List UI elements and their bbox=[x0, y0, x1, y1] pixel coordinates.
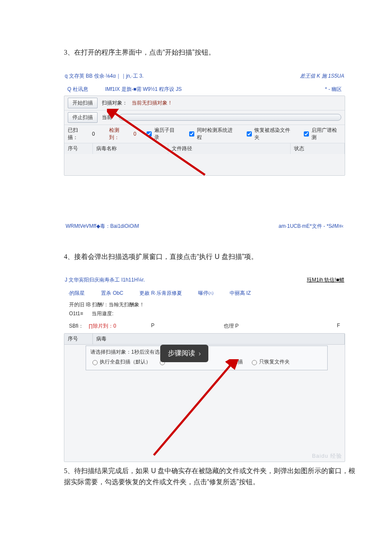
shot1-tab-3[interactable]: * - 幽区 bbox=[325, 86, 342, 93]
shot2-stat-b-value: 0 bbox=[113, 323, 116, 329]
shot2-col-seq: 序号 bbox=[64, 334, 93, 344]
shot1-col-path: 文件路径 bbox=[168, 143, 291, 154]
shot2-title-right: 珏M1ih 轨信!■鳂 bbox=[307, 276, 344, 284]
shot2-tab-3[interactable]: 更赦 R·乐青原修夏 bbox=[139, 290, 182, 297]
step-5-sep: 、 bbox=[67, 467, 74, 474]
step-4-body: 接着会弹出扫描选项扩展窗口，直接点击“执行 U 盘扫描”项。 bbox=[74, 253, 258, 260]
stop-scan-button[interactable]: 停止扫描 bbox=[68, 112, 98, 123]
check-broad-label: 启用广谱检测 bbox=[311, 127, 341, 141]
check-broad[interactable]: 启用广谱检测 bbox=[302, 127, 341, 141]
check-sysproc-box[interactable] bbox=[189, 131, 194, 137]
shot1-footer-right: am·1UCB·mE*文件 - *S∂M≡‹ bbox=[279, 223, 343, 230]
step-3-number: 3 bbox=[64, 49, 67, 56]
shot1-scanned-value: 0 bbox=[92, 131, 95, 137]
shot2-tab-1[interactable]: ·的限星 bbox=[68, 290, 85, 297]
shot1-title-left: q 文存英 BB 侒余·⅛4α｜｜jn,·工 3. bbox=[65, 73, 144, 80]
step-3-text: 3、在打开的程序主界面中，点击“开始扫描”按钮。 bbox=[64, 47, 375, 58]
shot2-info2-text: 当用遨度: bbox=[92, 311, 113, 317]
screenshot-1: q 文存英 BB 侒余·⅛4α｜｜jn,·工 3. 差王值 K 施 1S5UA … bbox=[64, 71, 345, 230]
step-5-body: 待扫描结果完成后，如果 U 盘中确实存在被隐藏的文件或文件夹，则弹出如图所示的窗… bbox=[64, 467, 355, 485]
shot1-detected-value: 0 bbox=[133, 131, 136, 137]
step-4-text: 4、接着会弹出扫描选项扩展窗口，直接点击“执行 U 盘扫描”项。 bbox=[64, 251, 375, 262]
shot2-stats: SBfi： ∏除片到：0 P 也理 P F bbox=[64, 319, 345, 333]
start-scan-button[interactable]: 开始扫描 bbox=[68, 98, 98, 108]
check-recover[interactable]: 恢复被感染文件夹 bbox=[245, 127, 294, 141]
step-3-sep: 、 bbox=[67, 49, 74, 56]
opt-full-scan[interactable]: 执行全盘扫描（默认） bbox=[90, 358, 151, 366]
shot2-title-left: J 文华宾阳归庆南寿杀工 I1h11H¼r. bbox=[65, 276, 145, 284]
check-broad-box[interactable] bbox=[304, 131, 309, 137]
shot2-arrow-annotation bbox=[128, 359, 239, 457]
shot2-stat-b-label: ∏除片到： bbox=[89, 323, 113, 329]
check-sysproc[interactable]: 同时检测系统进程 bbox=[187, 127, 236, 141]
step-4-sep: 、 bbox=[67, 253, 74, 260]
opt-path-scan-label: 径扫描 bbox=[228, 358, 243, 366]
check-subdir-label: 遍历子目录 bbox=[154, 127, 179, 141]
watermark: Baidu 经验 bbox=[312, 452, 342, 460]
check-subdir-box[interactable] bbox=[147, 131, 152, 137]
shot2-info1: 开的旧 IB 扫酬/：当翰无扫酬象！ bbox=[64, 301, 345, 310]
shot2-panel: 序号 病毒 请选择扫描对象：1秒后没有选… 执行全盘扫描（默认） 径扫描 只恢复… bbox=[64, 333, 345, 462]
shot1-row1-label: 扫描对象： bbox=[102, 99, 127, 107]
shot2-info2: O1t1≡ 当用遨度: bbox=[64, 310, 345, 319]
shot1-table-header: 序号 病毒名称 文件路径 状态 bbox=[64, 143, 345, 154]
shot2-stat-c: P bbox=[151, 323, 155, 330]
shot2-stat-d: 也理 P bbox=[224, 323, 239, 330]
shot2-stat-b: ∏除片到：0 bbox=[89, 323, 116, 330]
shot1-scanned-label: 已扫描： bbox=[68, 127, 88, 141]
shot2-stat-e: F bbox=[337, 323, 340, 330]
check-sysproc-label: 同时检测系统进程 bbox=[197, 127, 236, 141]
shot2-tab-4[interactable]: 曝停㈧ bbox=[198, 290, 213, 297]
check-subdir[interactable]: 遍历子目录 bbox=[145, 127, 179, 141]
step-read-tooltip[interactable]: 步骤阅读 › bbox=[160, 345, 208, 362]
shot1-tab-1[interactable]: Q 杜讯息 bbox=[67, 86, 88, 93]
opt-path-scan[interactable]: 径扫描 bbox=[228, 358, 243, 366]
shot1-footer-left: WRMtVeVMff◆毒：Bai1diOiOiM bbox=[66, 223, 139, 230]
opt-full-scan-radio[interactable] bbox=[92, 360, 98, 365]
shot1-row1-value: 当前无扫描对象！ bbox=[132, 99, 173, 107]
shot2-col-virus: 病毒 bbox=[93, 334, 345, 344]
opt-recover-only[interactable]: 只恢复文件夹 bbox=[250, 358, 290, 366]
shot2-tabs: ·的限星 置杀 ObC 更赦 R·乐青原修夏 曝停㈧ 中丽高 IZ bbox=[64, 288, 345, 301]
shot1-tabs: Q 杜讯息 IMf1IX 是旗-■需 W9½1 程序设 JS * - 幽区 bbox=[64, 83, 345, 96]
check-recover-box[interactable] bbox=[247, 131, 252, 137]
shot1-title-right-prefix: 差王值 K 施 bbox=[300, 73, 328, 79]
shot1-title-right: 差王值 K 施 1S5UA bbox=[300, 73, 344, 80]
check-recover-label: 恢复被感染文件夹 bbox=[254, 127, 294, 141]
shot2-titlebar: J 文华宾阳归庆南寿杀工 I1h11H¼r. 珏M1ih 轨信!■鳂 bbox=[64, 275, 345, 288]
shot1-row2-label: 当前 bbox=[102, 114, 112, 121]
step-read-tooltip-label: 步骤阅读 bbox=[168, 349, 195, 358]
step-3-body: 在打开的程序主界面中，点击“开始扫描”按钮。 bbox=[74, 49, 215, 56]
shot2-stat-a: SBfi： bbox=[69, 323, 84, 330]
shot1-col-seq: 序号 bbox=[64, 143, 93, 154]
chevron-right-icon: › bbox=[199, 350, 201, 357]
step-5-number: 5 bbox=[64, 467, 67, 474]
opt-recover-only-label: 只恢复文件夹 bbox=[259, 358, 290, 366]
shot1-titlebar: q 文存英 BB 侒余·⅛4α｜｜jn,·工 3. 差王值 K 施 1S5UA bbox=[64, 71, 345, 83]
shot1-detected-label: 检测到： bbox=[109, 127, 129, 141]
shot2-table-header: 序号 病毒 bbox=[64, 334, 345, 345]
shot2-info2-label: O1t1≡ bbox=[69, 311, 83, 317]
shot1-col-state: 状态 bbox=[291, 143, 345, 154]
shot2-tab-2[interactable]: 置杀 ObC bbox=[101, 290, 123, 297]
shot1-panel: 开始扫描 扫描对象： 当前无扫描对象！ 停止扫描 当前 已扫描： 0 检测到： … bbox=[64, 96, 345, 176]
shot1-col-virus: 病毒名称 bbox=[93, 143, 168, 154]
svg-line-1 bbox=[154, 363, 233, 455]
shot1-progress bbox=[119, 114, 341, 121]
shot2-tab-5[interactable]: 中丽高 IZ bbox=[230, 290, 251, 297]
opt-recover-only-radio[interactable] bbox=[252, 360, 257, 365]
screenshot-2: J 文华宾阳归庆南寿杀工 I1h11H¼r. 珏M1ih 轨信!■鳂 ·的限星 … bbox=[64, 275, 345, 462]
shot1-checks: 遍历子目录 同时检测系统进程 恢复被感染文件夹 启用广谱检测 bbox=[145, 127, 341, 141]
opt-full-scan-label: 执行全盘扫描（默认） bbox=[100, 358, 151, 366]
shot1-footer: WRMtVeVMff◆毒：Bai1diOiOiM am·1UCB·mE*文件 -… bbox=[64, 223, 345, 230]
shot1-tab-2[interactable]: IMf1IX 是旗-■需 W9½1 程序设 JS bbox=[105, 86, 182, 93]
step-5-text: 5、待扫描结果完成后，如果 U 盘中确实存在被隐藏的文件或文件夹，则弹出如图所示… bbox=[64, 465, 375, 487]
step-4-number: 4 bbox=[64, 253, 67, 260]
shot1-title-right-italic: 1S5UA bbox=[328, 73, 344, 79]
